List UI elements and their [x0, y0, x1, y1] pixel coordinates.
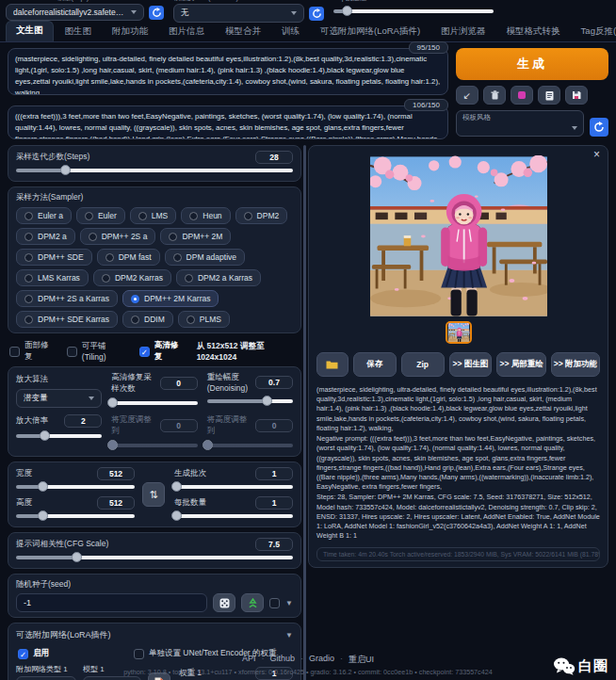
- generated-image[interactable]: [370, 155, 547, 317]
- tab-附加功能[interactable]: 附加功能: [103, 23, 157, 41]
- slider-handle[interactable]: [342, 6, 352, 16]
- refresh-model-button[interactable]: [149, 6, 164, 20]
- slider-handle[interactable]: [107, 397, 118, 408]
- refresh-styles-button[interactable]: [590, 118, 608, 137]
- sampler-option[interactable]: DPM++ 2M Karras: [122, 290, 219, 307]
- sampler-option[interactable]: DPM++ 2S a Karras: [16, 290, 118, 307]
- sampler-option[interactable]: DDIM: [122, 311, 173, 328]
- vae-select[interactable]: 无: [173, 4, 304, 23]
- slider-handle[interactable]: [38, 481, 48, 492]
- sampler-option[interactable]: Euler: [76, 207, 125, 224]
- slider-handle[interactable]: [60, 165, 71, 175]
- close-icon[interactable]: ×: [593, 148, 600, 161]
- cfg-value[interactable]: 7.5: [255, 538, 293, 551]
- batch-count-value[interactable]: 1: [255, 467, 293, 480]
- sampler-option[interactable]: DPM++ 2M: [160, 228, 231, 245]
- hires-fix-checkbox[interactable]: 高清修复: [139, 340, 184, 363]
- width-slider[interactable]: [16, 480, 135, 493]
- sampler-option[interactable]: DPM2 a: [16, 228, 75, 245]
- random-seed-button[interactable]: [213, 593, 235, 612]
- output-button-Zip[interactable]: Zip: [401, 352, 445, 377]
- footer-link-API[interactable]: API: [242, 654, 256, 666]
- tab-模型合并[interactable]: 模型合并: [216, 23, 270, 41]
- save-style-button[interactable]: [565, 86, 588, 105]
- tiling-checkbox[interactable]: 可平铺(Tiling): [67, 341, 126, 362]
- seed-extra-toggle-icon[interactable]: ▼: [285, 599, 293, 607]
- slider-handle[interactable]: [72, 552, 82, 562]
- tab-图片信息[interactable]: 图片信息: [159, 23, 214, 41]
- footer-link-Github[interactable]: Github: [269, 654, 295, 666]
- steps-value[interactable]: 28: [255, 151, 293, 164]
- apply-style-button[interactable]: [538, 86, 560, 105]
- denoise-value[interactable]: 0.7: [255, 376, 293, 389]
- refresh-vae-button[interactable]: [309, 7, 324, 21]
- upscale-by-slider[interactable]: [16, 429, 102, 442]
- sampler-option[interactable]: DPM2: [235, 207, 288, 224]
- seed-input[interactable]: -1: [16, 593, 207, 612]
- batch-size-slider[interactable]: [174, 510, 293, 522]
- sampler-option[interactable]: DPM++ SDE: [16, 249, 92, 266]
- lora-accordion-header[interactable]: 可选附加网络(LoRA插件) ▼: [16, 628, 293, 645]
- swap-dimensions-button[interactable]: ⇅: [142, 482, 165, 507]
- clip-skip-slider[interactable]: [333, 5, 494, 17]
- resize-height-slider[interactable]: [207, 439, 293, 451]
- paste-params-button[interactable]: ↙: [456, 86, 478, 105]
- tab-可选附加网络(LoRA插件)[interactable]: 可选附加网络(LoRA插件): [311, 23, 430, 41]
- negative-prompt-input[interactable]: (((extra feet))),3 feet,more than two fe…: [8, 105, 448, 139]
- sampler-option[interactable]: Heun: [181, 207, 230, 224]
- extra-networks-button[interactable]: [511, 86, 533, 105]
- positive-prompt-input[interactable]: (masterpiece, sidelighting, ultra-detail…: [8, 48, 448, 95]
- resize-height-value[interactable]: 0: [255, 419, 293, 432]
- sampler-option[interactable]: DPM++ 2S a: [80, 228, 156, 245]
- footer-link-Gradio[interactable]: Gradio: [309, 654, 334, 666]
- cfg-slider[interactable]: [16, 551, 293, 563]
- steps-slider[interactable]: [16, 164, 293, 176]
- slider-handle[interactable]: [38, 510, 48, 521]
- upscaler-select[interactable]: 潜变量: [16, 389, 102, 408]
- tab-文生图[interactable]: 文生图: [6, 21, 54, 41]
- height-value[interactable]: 512: [97, 496, 135, 510]
- slider-handle[interactable]: [171, 481, 182, 492]
- output-button-图生图[interactable]: >> 图生图: [449, 352, 493, 377]
- open-folder-button[interactable]: [316, 352, 349, 377]
- slider-handle[interactable]: [40, 430, 50, 441]
- width-value[interactable]: 512: [97, 467, 135, 480]
- slider-handle[interactable]: [171, 510, 182, 521]
- output-button-保存[interactable]: 保存: [353, 352, 397, 377]
- resize-width-value[interactable]: 0: [160, 419, 198, 432]
- tab-图片浏览器[interactable]: 图片浏览器: [431, 23, 495, 41]
- gallery-thumbnail[interactable]: [446, 321, 472, 344]
- height-slider[interactable]: [16, 510, 135, 522]
- sampler-option[interactable]: Euler a: [16, 207, 72, 224]
- model-select[interactable]: dalceforrealistictallyv2.safetensors [73…: [6, 4, 144, 21]
- column-scrollbar[interactable]: [303, 145, 306, 680]
- sampler-option[interactable]: LMS: [130, 207, 176, 224]
- sampler-option[interactable]: PLMS: [178, 311, 230, 328]
- sampler-option[interactable]: LMS Karras: [16, 269, 89, 286]
- batch-count-slider[interactable]: [174, 480, 293, 493]
- tab-模型格式转换[interactable]: 模型格式转换: [497, 23, 570, 41]
- generate-button[interactable]: 生成: [456, 48, 608, 80]
- tab-Tag反推(Tagger)[interactable]: Tag反推(Tagger): [572, 23, 616, 41]
- footer-link-重启UI[interactable]: 重启UI: [349, 654, 374, 666]
- output-button-附加功能[interactable]: >> 附加功能: [551, 352, 600, 377]
- batch-size-value[interactable]: 1: [255, 496, 293, 510]
- style-select[interactable]: 模板风格: [456, 110, 584, 137]
- resize-width-slider[interactable]: [111, 439, 197, 451]
- hires-steps-slider[interactable]: [111, 397, 197, 409]
- extra-seed-checkbox[interactable]: [269, 598, 280, 608]
- restore-faces-checkbox[interactable]: 面部修复: [9, 340, 54, 363]
- sampler-option[interactable]: DPM2 a Karras: [176, 269, 261, 286]
- sampler-option[interactable]: DPM2 Karras: [93, 269, 171, 286]
- tab-图生图[interactable]: 图生图: [56, 23, 102, 41]
- reuse-seed-button[interactable]: [241, 593, 264, 612]
- output-button-局部重绘[interactable]: >> 局部重绘: [496, 352, 545, 377]
- slider-handle[interactable]: [203, 440, 213, 450]
- sampler-option[interactable]: DPM adaptive: [165, 249, 245, 266]
- sampler-option[interactable]: DPM fast: [97, 249, 160, 266]
- slider-handle[interactable]: [107, 440, 118, 450]
- tab-训练[interactable]: 训练: [272, 23, 309, 41]
- denoise-slider[interactable]: [207, 395, 293, 407]
- upscale-by-value[interactable]: 2: [64, 414, 102, 428]
- slider-handle[interactable]: [262, 396, 272, 406]
